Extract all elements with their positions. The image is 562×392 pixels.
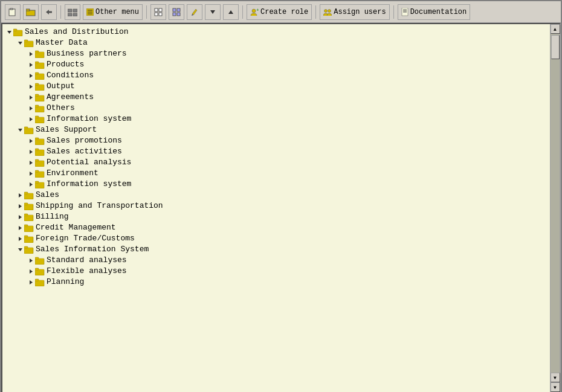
tree-item-conditions[interactable]: Conditions <box>2 70 550 81</box>
svg-marker-30 <box>7 31 11 34</box>
expand-arrow-environment[interactable] <box>27 169 35 178</box>
tree-item-billing[interactable]: Billing <box>2 211 550 222</box>
svg-rect-41 <box>35 52 44 53</box>
tree-item-info-system-1[interactable]: Information system <box>2 114 550 124</box>
assign-users-button[interactable]: Assign users <box>320 4 389 20</box>
sep-1 <box>60 5 61 19</box>
expand-arrow-foreign-trade[interactable] <box>16 234 24 243</box>
tree-item-sales-dist[interactable]: Sales and Distribution <box>2 27 550 37</box>
folder-icon-sales <box>24 191 34 199</box>
expand-arrow-billing[interactable] <box>16 213 24 221</box>
svg-marker-86 <box>30 182 33 187</box>
icon-btn-grid1[interactable] <box>150 4 166 20</box>
expand-arrow-shipping[interactable] <box>16 202 24 210</box>
icon-btn-3[interactable] <box>41 4 57 20</box>
expand-arrow-products[interactable] <box>27 60 35 69</box>
tree-item-foreign-trade[interactable]: Foreign Trade/Customs <box>2 233 550 244</box>
expand-arrow-info-system-2[interactable] <box>27 180 35 188</box>
expand-arrow-business-partners[interactable] <box>27 50 35 58</box>
folder-icon-environment <box>35 170 45 178</box>
scroll-end-btn[interactable]: ▼ <box>551 382 560 392</box>
tree-item-info-system-2[interactable]: Information system <box>2 179 550 190</box>
svg-rect-51 <box>35 85 44 91</box>
tree-item-master-data[interactable]: Master Data <box>2 37 550 48</box>
folder-icon-info-system-2 <box>35 181 45 188</box>
svg-rect-91 <box>24 193 33 199</box>
expand-arrow-potential-analysis[interactable] <box>27 158 35 167</box>
svg-text:+: + <box>256 8 259 13</box>
tree-item-planning[interactable]: Planning <box>2 277 550 288</box>
folder-icon-business-partners <box>35 50 45 58</box>
expand-arrow-sales[interactable] <box>16 191 24 199</box>
folder-icon-flexible-analyses <box>35 268 45 275</box>
svg-marker-98 <box>19 215 22 219</box>
svg-marker-82 <box>30 172 33 176</box>
documentation-button[interactable]: Documentation <box>398 4 471 20</box>
svg-rect-14 <box>155 13 158 16</box>
expand-arrow-standard-analyses[interactable] <box>27 256 35 265</box>
icon-btn-up[interactable] <box>223 4 239 20</box>
expand-arrow-info-system-1[interactable] <box>27 115 35 123</box>
tree-item-environment[interactable]: Environment <box>2 168 550 179</box>
tree-item-others[interactable]: Others <box>2 103 550 114</box>
tree-item-sales[interactable]: Sales <box>2 190 550 201</box>
expand-arrow-master-data[interactable] <box>16 39 24 47</box>
expand-arrow-output[interactable] <box>27 82 35 91</box>
svg-rect-73 <box>35 139 44 140</box>
assign-users-label: Assign users <box>334 8 386 16</box>
svg-rect-85 <box>35 172 44 172</box>
scroll-thumb[interactable] <box>551 35 560 59</box>
expand-arrow-others[interactable] <box>27 104 35 112</box>
svg-rect-39 <box>35 52 44 58</box>
svg-rect-77 <box>35 150 44 150</box>
expand-arrow-conditions[interactable] <box>27 71 35 80</box>
expand-arrow-sales-dist[interactable] <box>5 28 13 36</box>
other-menu-button[interactable]: Other menu <box>83 4 143 20</box>
expand-arrow-credit-mgmt[interactable] <box>16 223 24 232</box>
tree-item-shipping[interactable]: Shipping and Transportation <box>2 201 550 211</box>
sep-4 <box>315 5 316 19</box>
scroll-down-btn[interactable]: ▼ <box>551 373 560 382</box>
svg-rect-61 <box>35 106 44 107</box>
svg-marker-42 <box>30 63 33 67</box>
tree-item-sales-support[interactable]: Sales Support <box>2 124 550 135</box>
scroll-up-btn[interactable]: ▲ <box>551 24 560 34</box>
item-label-agreements: Agreements <box>47 92 94 103</box>
icon-btn-2[interactable] <box>23 4 39 20</box>
tree-item-products[interactable]: Products <box>2 59 550 70</box>
icon-btn-grid2[interactable] <box>169 4 184 20</box>
icon-btn-4[interactable] <box>65 4 80 20</box>
tree-item-sales-promotions[interactable]: Sales promotions <box>2 135 550 146</box>
tree-item-business-partners[interactable]: Business partners <box>2 48 550 59</box>
svg-rect-37 <box>24 41 33 42</box>
svg-marker-50 <box>30 85 33 89</box>
expand-arrow-sales-support[interactable] <box>16 126 24 134</box>
tree-item-agreements[interactable]: Agreements <box>2 92 550 103</box>
tree-item-potential-analysis[interactable]: Potential analysis <box>2 157 550 168</box>
svg-rect-18 <box>173 13 176 16</box>
svg-marker-38 <box>30 52 33 56</box>
tree-item-sales-activities[interactable]: Sales activities <box>2 146 550 157</box>
expand-arrow-agreements[interactable] <box>27 93 35 101</box>
svg-rect-59 <box>35 106 44 112</box>
folder-icon-conditions <box>35 72 45 80</box>
icon-btn-1[interactable] <box>5 4 21 20</box>
create-role-button[interactable]: + Create role <box>247 4 312 20</box>
expand-arrow-sales-activities[interactable] <box>27 147 35 156</box>
tree-item-output[interactable]: Output <box>2 81 550 92</box>
svg-rect-17 <box>177 8 180 11</box>
expand-arrow-sales-info-system[interactable] <box>16 245 24 254</box>
tree-item-flexible-analyses[interactable]: Flexible analyses <box>2 266 550 277</box>
icon-btn-down[interactable] <box>205 4 221 20</box>
vertical-scrollbar[interactable]: ▲ ▼ ▼ <box>550 24 560 392</box>
svg-rect-69 <box>24 128 33 129</box>
expand-arrow-planning[interactable] <box>27 278 35 286</box>
tree-item-sales-info-system[interactable]: Sales Information System <box>2 244 550 255</box>
tree-item-credit-mgmt[interactable]: Credit Management <box>2 222 550 233</box>
tree-item-standard-analyses[interactable]: Standard analyses <box>2 255 550 266</box>
svg-rect-16 <box>173 8 176 11</box>
expand-arrow-sales-promotions[interactable] <box>27 137 35 145</box>
icon-btn-pencil[interactable] <box>187 4 202 20</box>
item-label-output: Output <box>47 81 75 92</box>
expand-arrow-flexible-analyses[interactable] <box>27 267 35 275</box>
